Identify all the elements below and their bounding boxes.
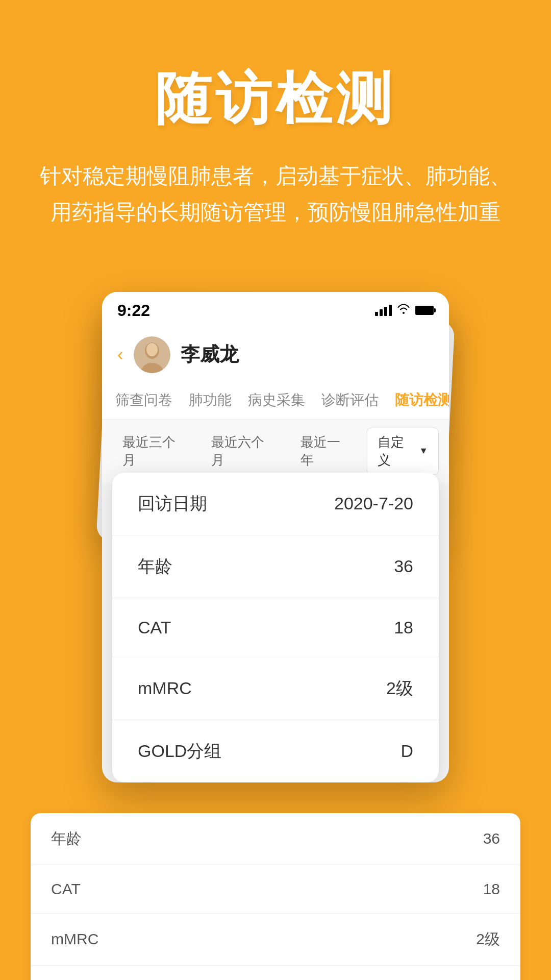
filter-6months[interactable]: 最近六个月 [201, 428, 285, 474]
tab-lung[interactable]: 肺功能 [181, 381, 240, 419]
row-mmrc: mMRC 2级 [112, 657, 439, 720]
filter-3months[interactable]: 最近三个月 [112, 428, 196, 474]
svg-point-3 [146, 343, 158, 356]
row-gold: GOLD分组 D [112, 720, 439, 782]
patient-name: 李威龙 [181, 341, 239, 368]
phone-card-front: 9:22 [102, 292, 449, 782]
tab-diagnosis[interactable]: 诊断评估 [313, 381, 387, 419]
second-row-mmrc: mMRC 2级 [31, 914, 520, 966]
avatar [134, 336, 170, 373]
second-row-age: 年龄 36 [31, 813, 520, 865]
back-button[interactable]: ‹ [117, 344, 123, 365]
filter-1year[interactable]: 最近一年 [290, 428, 362, 474]
page-subtitle: 针对稳定期慢阻肺患者，启动基于症状、肺功能、用药指导的长期随访管理，预防慢阻肺急… [31, 158, 520, 231]
top-section: 随访检测 针对稳定期慢阻肺患者，启动基于症状、肺功能、用药指导的长期随访管理，预… [0, 0, 551, 261]
second-row-gold: GOLD分组 D [31, 966, 520, 980]
status-bar: 9:22 [102, 292, 449, 326]
tab-followup[interactable]: 随访检测 [387, 381, 449, 419]
patient-header: ‹ 李威龙 [102, 326, 449, 381]
phone-mockup-area: 年龄 36 CAT 18 mMRC 2级 GOLD分组 D [31, 292, 520, 782]
signal-icon [375, 305, 392, 316]
row-cat: CAT 18 [112, 598, 439, 657]
filter-custom[interactable]: 自定义 ▼ [367, 428, 439, 475]
bottom-section: 年龄 36 CAT 18 mMRC 2级 GOLD分组 D 回访日期 2020-… [0, 782, 551, 980]
chevron-down-icon: ▼ [419, 446, 428, 456]
main-wrapper: 随访检测 针对稳定期慢阻肺患者，启动基于症状、肺功能、用药指导的长期随访管理，预… [0, 0, 551, 980]
tab-history[interactable]: 病史采集 [240, 381, 313, 419]
page-title: 随访检测 [31, 61, 520, 137]
second-row-cat: CAT 18 [31, 865, 520, 914]
status-icons [375, 303, 434, 317]
second-record-card: 年龄 36 CAT 18 mMRC 2级 GOLD分组 D [31, 813, 520, 980]
battery-icon [415, 306, 434, 315]
tab-screening[interactable]: 筛查问卷 [107, 381, 181, 419]
row-visit-date: 回访日期 2020-7-20 [112, 473, 439, 535]
row-age: 年龄 36 [112, 535, 439, 598]
wifi-icon [397, 303, 410, 317]
floating-data-card: 回访日期 2020-7-20 年龄 36 CAT 18 mMRC 2级 GOLD… [112, 473, 439, 782]
nav-tabs: 筛查问卷 肺功能 病史采集 诊断评估 随访检测 [102, 381, 449, 420]
status-time: 9:22 [117, 301, 150, 320]
